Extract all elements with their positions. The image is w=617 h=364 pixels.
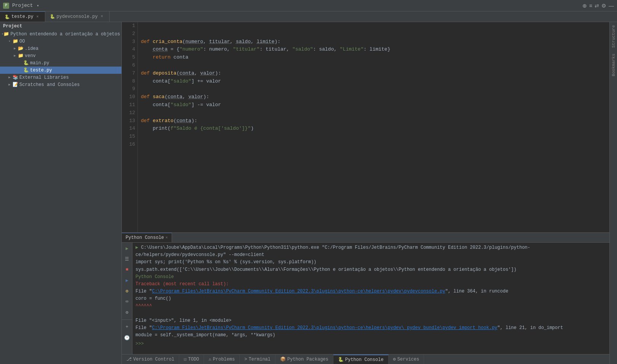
blank-line [136,310,606,317]
cmd-text: C:\Users\Joube\AppData\Local\Programs\Py… [136,245,530,258]
bookmarks-label[interactable]: Bookmarks [611,51,617,79]
scratches-arrow: ▶ [7,83,12,87]
module-line: module = self._system_import(name, *args… [136,332,606,339]
sidebar-title: Project [3,24,22,29]
tree-oo-folder[interactable]: ▾ 📁 OO [0,38,121,45]
tab-python-console[interactable]: 🐍 Python Console [333,354,389,364]
tree-idea-folder[interactable]: ▶ 📂 .idea [0,45,121,52]
file-line-2-link[interactable]: C:\Program Files\JetBrains\PyCharm Commu… [152,325,497,331]
oo-folder-icon: 📁 [12,38,18,44]
tab-problems[interactable]: ⚠ Problems [204,354,240,364]
teste-py-arrow [18,68,23,72]
console-output[interactable]: ▶ C:\Users\Joube\AppData\Local\Programs\… [132,243,609,354]
idea-expand-arrow: ▶ [12,46,18,51]
console-stop-btn[interactable]: ■ [123,265,131,274]
tree-venv-folder[interactable]: ▶ 📁 venv [0,52,121,59]
titlebar-action-3[interactable]: ⇄ [595,3,599,9]
tree-root[interactable]: ▾ 📁 Python entendendo a orientação a obj… [0,30,121,38]
console-prompt: >>> [136,341,144,347]
main-py-label: main.py [30,60,49,66]
tree-scratches[interactable]: ▶ 📝 Scratches and Consoles [0,81,121,88]
project-dropdown-icon[interactable]: ▾ [37,3,39,8]
tab-version-control[interactable]: ⎇ Version Control [122,354,179,364]
console-add-btn[interactable]: + [123,323,131,331]
tab-teste-py-label: teste.py [11,14,33,19]
tab-python-packages[interactable]: 📦 Python Packages [276,354,333,364]
idea-folder-icon: 📂 [18,46,24,51]
path-text: sys.path.extend(['C:\\Users\\Joube\\Docu… [136,267,517,272]
file-input-text: File "<input>", line 1, in <module> [136,318,231,323]
console-area: Python Console × ▶ ☰ ■ ▶ ⚙ ∞ ⚙ + 🕐 [122,232,609,354]
tree-teste-py[interactable]: 🐍 teste.py [0,67,121,74]
tree-external-libs[interactable]: ▶ 📚 External Libraries [0,74,121,81]
problems-icon: ⚠ [209,356,211,362]
venv-folder-icon: 📁 [18,53,24,59]
file-line-2-prefix: File " [136,325,152,331]
cmd-prefix: ▶ [136,245,141,250]
titlebar-minimize[interactable]: — [609,3,614,9]
console-restart-btn[interactable]: ▶ [123,276,131,285]
tree-main-py[interactable]: 🐍 main.py [0,59,121,67]
main-area: Project ▾ 📁 Python entendendo a orientaç… [0,22,617,364]
problems-label: Problems [213,357,235,362]
caret-text: ^^^^^^ [136,304,152,309]
tab-pydevconsole-py[interactable]: 🐍 pydevconsole.py × [45,11,110,22]
structure-label[interactable]: Structure [611,22,617,51]
file-line-2-suffix: ", line 21, in do_import [497,325,563,331]
idea-label: .idea [25,46,38,51]
console-run-btn[interactable]: ▶ [123,244,131,253]
console-path-line: sys.path.extend(['C:\\Users\\Joube\\Docu… [136,266,606,273]
import-text: import sys; print('Python %s on %s' % (s… [136,259,316,265]
tab-todo[interactable]: ☑ TODO [179,354,204,364]
services-label: Services [397,357,419,362]
project-icon: P [3,3,9,9]
tab-terminal[interactable]: > Terminal [240,354,276,364]
console-gear-btn[interactable]: ⚙ [123,308,131,316]
ext-libs-icon: 📚 [12,75,18,80]
code-content[interactable]: def cria_conta(numero, titular, saldo, l… [138,22,609,232]
title-bar: P Project ▾ ⊕ ≡ ⇄ ⚙ — [0,0,617,11]
console-toolbar-sep [122,319,132,320]
console-tab-close[interactable]: × [166,236,168,240]
tab-services[interactable]: ⚙ Services [389,354,424,364]
console-prompt-line: >>> [136,340,606,348]
sidebar-header: Project [0,22,121,30]
console-python-label: Python Console [136,273,606,281]
titlebar-action-1[interactable]: ⊕ [582,3,587,9]
ext-libs-label: External Libraries [19,75,69,80]
editor-tabbar: 🐍 teste.py × 🐍 pydevconsole.py × [0,11,617,22]
python-packages-label: Python Packages [287,357,328,362]
coro-line: coro = func() [136,295,606,302]
console-settings-btn[interactable]: ⚙ [123,287,131,295]
file-line-1-prefix: File " [136,289,152,294]
code-editor[interactable]: 1 2 3 4 5 6 7 8 9 10 11 12 13 14 15 16 [122,22,609,232]
project-label: Project [12,3,33,8]
teste-py-icon: 🐍 [5,14,10,19]
file-line-2: File "C:\Program Files\JetBrains\PyCharm… [136,324,606,332]
console-tab-python[interactable]: Python Console × [122,233,172,242]
terminal-label: Terminal [249,357,271,362]
console-list-btn[interactable]: ☰ [123,255,131,263]
venv-label: venv [25,53,36,59]
tab-teste-py[interactable]: 🐍 teste.py × [0,11,45,22]
project-sidebar: Project ▾ 📁 Python entendendo a orientaç… [0,22,122,364]
root-folder-icon: 📁 [3,31,9,37]
console-tab-label: Python Console [126,235,164,240]
console-clock-btn[interactable]: 🕐 [123,334,131,342]
editor-area: 1 2 3 4 5 6 7 8 9 10 11 12 13 14 15 16 [122,22,609,232]
todo-icon: ☑ [184,356,187,362]
line-numbers: 1 2 3 4 5 6 7 8 9 10 11 12 13 14 15 16 [122,22,138,232]
console-import-line: import sys; print('Python %s on %s' % (s… [136,259,606,266]
titlebar-settings[interactable]: ⚙ [601,3,606,9]
file-line-1: File "C:\Program Files\JetBrains\PyCharm… [136,288,606,295]
module-text: module = self._system_import(name, *args… [136,332,275,338]
file-line-1-link[interactable]: C:\Program Files\JetBrains\PyCharm Commu… [152,289,445,294]
console-infinity-btn[interactable]: ∞ [123,297,131,306]
titlebar-action-2[interactable]: ≡ [589,3,592,9]
titlebar-actions: ⊕ ≡ ⇄ ⚙ — [582,3,614,9]
teste-py-label: teste.py [30,68,52,73]
tab-teste-py-close[interactable]: × [35,15,40,19]
python-console-label: Python Console [345,357,384,362]
console-python-label-text: Python Console [136,274,174,280]
tab-pydevconsole-py-close[interactable]: × [99,14,105,19]
